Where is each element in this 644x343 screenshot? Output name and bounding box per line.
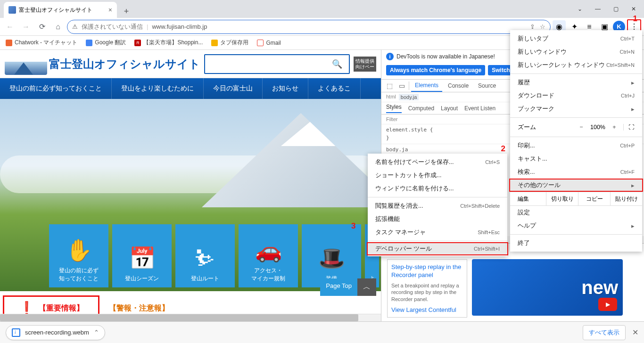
submenu-task-manager[interactable]: タスク マネージャShift+Esc <box>368 226 507 239</box>
submenu-extensions[interactable]: 拡張機能 <box>368 212 507 226</box>
menu-cast[interactable]: キャスト... <box>510 152 642 165</box>
menu-edit-row: 編集 切り取り コピー 貼り付け <box>510 192 642 206</box>
page-viewport: 富士登山オフィシャルサイト 🔍 情報提供 向けペー 登山の前に必ず知っておくこと… <box>0 50 381 321</box>
zoom-out-button[interactable]: − <box>576 124 586 131</box>
menu-more-tools[interactable]: その他のツール▸ <box>509 179 643 192</box>
nav-item[interactable]: よくあるこ <box>308 78 361 99</box>
tile-access[interactable]: 🚗アクセス・ マイカー規制 <box>239 224 298 287</box>
site-search-input[interactable]: 🔍 <box>204 54 350 74</box>
play-icon: ▶ <box>598 298 617 311</box>
security-text: 保護されていない通信 <box>82 23 143 31</box>
download-chip[interactable]: screen-recording.webm ⌃ <box>6 325 105 340</box>
site-logo[interactable]: 富士登山オフィシャルサイト <box>5 53 200 75</box>
fuji-logo-icon <box>5 53 47 75</box>
submenu-name-window[interactable]: ウィンドウに名前を付ける... <box>368 182 507 195</box>
bookmark-item[interactable]: Chatwork - マイチャット <box>6 39 77 47</box>
menu-copy[interactable]: コピー <box>578 192 611 206</box>
tab-title: 富士登山オフィシャルサイト <box>19 6 92 14</box>
warning-box[interactable]: 【警報・注意報】 <box>109 303 169 313</box>
browser-tab[interactable]: 富士登山オフィシャルサイト × <box>4 2 117 18</box>
download-icon <box>12 328 20 337</box>
fullscreen-icon[interactable]: ⛶ <box>623 124 635 131</box>
close-download-bar-icon[interactable]: ✕ <box>632 328 638 337</box>
zoom-in-button[interactable]: + <box>609 124 619 131</box>
insecure-icon: ⚠ <box>72 23 78 30</box>
submenu-clear-history[interactable]: 閲覧履歴を消去...Ctrl+Shift+Delete <box>368 199 507 212</box>
info-icon: i <box>386 53 394 60</box>
bookmark-icon: R <box>134 40 141 46</box>
submenu-developer-tools[interactable]: デベロッパー ツールCtrl+Shift+I <box>367 242 508 255</box>
menu-paste[interactable]: 貼り付け <box>611 192 642 206</box>
show-all-downloads-button[interactable]: すべて表示 <box>583 325 626 340</box>
site-title: 富士登山オフィシャルサイト <box>49 57 200 72</box>
menu-bookmarks[interactable]: ブックマーク▸ <box>510 102 642 115</box>
match-language-button[interactable]: Always match Chrome's language <box>386 65 485 75</box>
share-icon[interactable]: ⇪ <box>530 23 535 30</box>
inspect-icon[interactable]: ⬚ <box>384 82 395 90</box>
download-bar: screen-recording.webm ⌃ すべて表示 ✕ <box>0 321 644 343</box>
info-provider-box[interactable]: 情報提供 向けペー <box>354 57 376 72</box>
menu-history[interactable]: 履歴▸ <box>510 76 642 89</box>
menu-zoom: ズーム − 100% + ⛶ <box>510 120 642 135</box>
nav-item[interactable]: 登山の前に必ず知っておくこと <box>0 78 112 99</box>
tile-row: ✋登山の前に必ず 知っておくこと 📅登山シーズン ⛷登山ルート 🚗アクセス・ マ… <box>49 224 379 287</box>
chrome-menu: 新しいタブCtrl+T 新しいウィンドウCtrl+N 新しいシークレット ウィン… <box>510 30 642 252</box>
menu-settings[interactable]: 設定 <box>510 206 642 219</box>
car-icon: 🚗 <box>255 237 282 263</box>
subtab-eventlisteners[interactable]: Event Listen <box>464 105 495 112</box>
menu-cut[interactable]: 切り取り <box>546 192 578 206</box>
favicon-icon <box>8 6 16 14</box>
tab-close-icon[interactable]: × <box>108 6 112 14</box>
new-tab-button[interactable]: + <box>120 5 133 18</box>
forward-button[interactable]: → <box>19 20 33 34</box>
address-bar[interactable]: ⚠ 保護されていない通信 | www.fujisan-climb.jp ⇪ ☆ <box>67 20 551 34</box>
device-icon[interactable]: ▭ <box>396 82 407 90</box>
menu-exit[interactable]: 終了 <box>510 237 642 250</box>
tile-season[interactable]: 📅登山シーズン <box>112 224 172 287</box>
subtab-layout[interactable]: Layout <box>441 105 458 112</box>
menu-find[interactable]: 検索...Ctrl+F <box>510 165 642 179</box>
hat-icon: 🎩 <box>318 245 345 271</box>
menu-help[interactable]: ヘルプ▸ <box>510 219 642 232</box>
tile-before-climb[interactable]: ✋登山の前に必ず 知っておくこと <box>49 224 108 287</box>
minimize-icon[interactable]: — <box>589 2 606 16</box>
subtab-computed[interactable]: Computed <box>408 105 434 112</box>
chevron-down-icon[interactable]: ⌄ <box>571 2 588 16</box>
whatsnew-video-thumb[interactable]: new ▶ <box>472 259 623 316</box>
horizontal-scrollbar[interactable] <box>0 314 381 321</box>
menu-downloads[interactable]: ダウンロードCtrl+J <box>510 89 642 102</box>
reload-button[interactable]: ⟳ <box>35 20 49 34</box>
annotation-1: 1 <box>633 14 637 24</box>
menu-incognito[interactable]: 新しいシークレット ウィンドウCtrl+Shift+N <box>510 58 642 72</box>
whatsnew-card[interactable]: Step-by-step replay in the Recorder pane… <box>387 259 467 318</box>
submenu-create-shortcut[interactable]: ショートカットを作成... <box>368 169 507 182</box>
star-icon[interactable]: ☆ <box>540 23 545 30</box>
gmail-icon <box>257 40 264 46</box>
menu-new-window[interactable]: 新しいウィンドウCtrl+N <box>510 45 642 58</box>
window-titlebar: 富士登山オフィシャルサイト × + ⌄ — ▢ ✕ <box>0 0 644 18</box>
tab-elements[interactable]: Elements <box>411 80 442 92</box>
chevron-up-icon[interactable]: ⌃ <box>94 329 99 336</box>
bookmark-item[interactable]: Google 翻訳 <box>86 39 126 47</box>
maximize-icon[interactable]: ▢ <box>607 2 624 16</box>
tab-console[interactable]: Console <box>444 80 472 92</box>
zoom-value: 100% <box>590 124 605 131</box>
bookmark-item[interactable]: Gmail <box>257 40 281 46</box>
nav-item[interactable]: お知らせ <box>263 78 308 99</box>
bookmark-icon <box>6 40 12 46</box>
tab-sources[interactable]: Source <box>474 80 500 92</box>
tile-equipment[interactable]: 🎩装備 <box>302 224 361 287</box>
back-button[interactable]: ← <box>3 20 17 34</box>
menu-print[interactable]: 印刷...Ctrl+P <box>510 139 642 152</box>
bookmark-item[interactable]: R【楽天市場】Shoppin... <box>134 39 203 47</box>
chevron-up-icon: ︿ <box>357 278 376 296</box>
bookmark-item[interactable]: タブ保存用 <box>211 39 248 47</box>
submenu-save-page[interactable]: 名前を付けてページを保存...Ctrl+S <box>368 155 507 169</box>
nav-item[interactable]: 登山をより楽しむために <box>112 78 204 99</box>
tile-route[interactable]: ⛷登山ルート <box>175 224 235 287</box>
subtab-styles[interactable]: Styles <box>386 104 402 113</box>
page-top-button[interactable]: Page Top ︿ <box>320 278 376 296</box>
menu-new-tab[interactable]: 新しいタブCtrl+T <box>510 32 642 45</box>
nav-item[interactable]: 今日の富士山 <box>204 78 263 99</box>
home-button[interactable]: ⌂ <box>51 20 65 34</box>
